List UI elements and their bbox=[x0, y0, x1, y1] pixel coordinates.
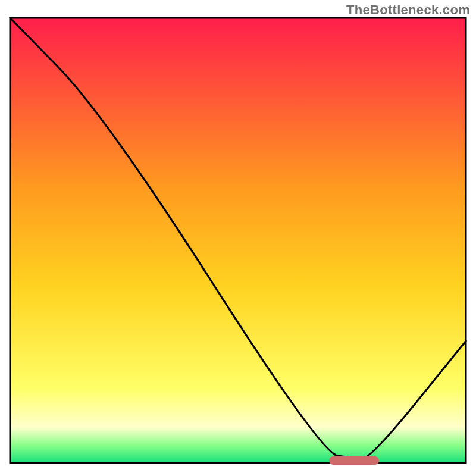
optimal-range-marker bbox=[329, 456, 379, 465]
chart-canvas: TheBottleneck.com bbox=[0, 0, 476, 476]
plot-background bbox=[10, 18, 466, 463]
bottleneck-plot bbox=[0, 0, 476, 476]
